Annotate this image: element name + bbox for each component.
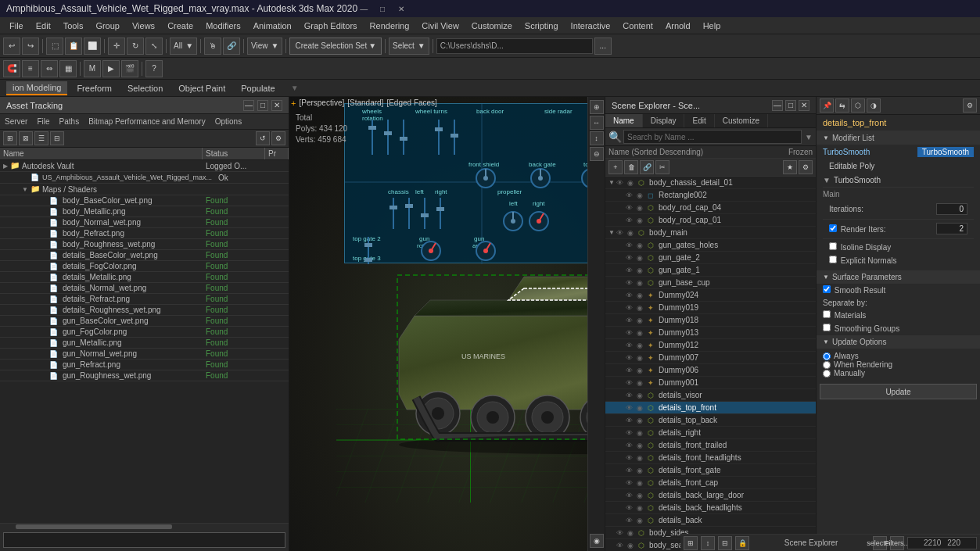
scene-item-13[interactable]: 👁 ◉ ✦ Dummy012 [605,339,816,352]
scene-bot-btn4[interactable]: 🔒 [735,536,749,550]
align-btn[interactable]: ≡ [22,60,39,77]
scene-item-23[interactable]: 👁 ◉ ⬡ details_front_gate [605,464,816,477]
array-btn[interactable]: ▦ [59,60,77,77]
scene-search-icon[interactable]: 🔍 [608,131,622,143]
scene-unlink-btn[interactable]: ✂ [655,160,669,174]
file-row-11[interactable]: 📄 gun_BaseColor_wet.png Found [0,316,289,327]
scene-search-input[interactable] [623,130,802,144]
asset-menu-bitmap[interactable]: Bitmap Performance and Memory [87,116,207,127]
si-eye-0[interactable]: 👁 [616,179,627,187]
menu-edit[interactable]: Edit [30,20,57,32]
asset-tb3[interactable]: ☰ [34,131,48,145]
maps-expand[interactable]: ▼ [22,186,28,193]
help-btn[interactable]: ? [145,60,163,77]
asset-hscroll[interactable] [0,523,289,529]
si-eye-14[interactable]: 👁 [626,354,637,362]
mode-freeform[interactable]: Freeform [70,82,118,95]
vp-nav-btn4[interactable]: ⊖ [590,147,604,161]
scene-delete-btn[interactable]: 🗑 [624,160,638,174]
menu-file[interactable]: File [3,20,30,32]
ts-render-iters-check[interactable] [829,224,837,232]
ts-explicit-normals-check[interactable] [829,256,837,263]
scene-tab-edit[interactable]: Edit [684,114,714,127]
undo-btn[interactable]: ↩ [3,38,20,55]
si-eye-5[interactable]: 👁 [626,242,637,249]
menu-scripting[interactable]: Scripting [519,20,565,32]
menu-arnold[interactable]: Arnold [659,20,697,32]
scene-item-21[interactable]: 👁 ◉ ⬡ details_front_trailed [605,439,816,452]
surface-params-header[interactable]: Surface Parameters [817,270,980,284]
si-eye-24[interactable]: 👁 [626,479,637,487]
redo-btn[interactable]: ↪ [22,38,39,55]
file-row-14[interactable]: 📄 gun_Normal_wet.png Found [0,349,289,360]
viewport-mode-label[interactable]: [Perspective] [299,98,344,108]
props-material-btn[interactable]: ◑ [867,98,881,113]
select-obj-btn[interactable]: ⬚ [46,38,63,55]
si-expand-0[interactable]: ▼ [608,179,616,186]
asset-menu-paths[interactable]: Paths [58,116,81,127]
select-dropdown[interactable]: Select ▼ [389,38,429,55]
si-eye-15[interactable]: 👁 [626,367,637,374]
select-by-name-btn[interactable]: 📋 [65,38,82,55]
scene-item-16[interactable]: 👁 ◉ ✦ Dummy001 [605,377,816,389]
file-row-5[interactable]: 📄 details_BaseColor_wet.png Found [0,250,289,261]
scene-item-26[interactable]: 👁 ◉ ⬡ details_back_headlights [605,502,816,514]
asset-search-input[interactable] [3,532,285,548]
hscroll-thumb[interactable] [16,524,172,529]
when-rendering-radio[interactable] [823,361,831,369]
file-row-3[interactable]: 📄 body_Refract.png Found [0,228,289,239]
asset-close-btn[interactable]: ✕ [271,100,282,111]
snap-btn[interactable]: 🧲 [3,60,20,77]
asset-main-file-row[interactable]: US_Amphibious_Assault_Vehicle_Wet_Rigged… [0,172,289,184]
mode-object-paint[interactable]: Object Paint [172,82,232,95]
scene-item-17[interactable]: 👁 ◉ ⬡ details_visor [605,389,816,402]
scene-filter-icon[interactable]: ▼ [805,133,813,141]
si-eye-3[interactable]: 👁 [626,216,637,224]
material-btn[interactable]: M [84,60,101,77]
asset-tb4[interactable]: ⊟ [50,131,64,145]
ts-smooth-result-check[interactable] [823,285,831,293]
scene-item-7[interactable]: 👁 ◉ ⬡ gun_gate_1 [605,264,816,277]
scene-item-0[interactable]: ▼ 👁 ◉ ⬡ body_chassis_detail_01 [605,177,816,189]
render-frame-btn[interactable]: 🎬 [121,60,138,77]
mode-modeling[interactable]: ion Modeling [6,81,67,95]
asset-menu-server[interactable]: Server [3,116,29,127]
scene-add-btn[interactable]: + [608,160,623,174]
file-row-12[interactable]: 📄 gun_FogColor.png Found [0,327,289,338]
menu-interactive[interactable]: Interactive [565,20,617,32]
si-eye-25[interactable]: 👁 [626,492,637,499]
si-eye-18[interactable]: 👁 [626,404,637,412]
file-row-2[interactable]: 📄 body_Normal_wet.png Found [0,217,289,228]
ts-isoline-check[interactable] [829,242,837,250]
menu-tools[interactable]: Tools [57,20,90,32]
si-eye-2[interactable]: 👁 [626,204,637,212]
si-eye-20[interactable]: 👁 [626,429,637,437]
mod-turbosmooth[interactable]: TurboSmooth TurboSmooth [817,145,980,159]
file-row-8[interactable]: 📄 details_Normal_wet.png Found [0,283,289,294]
scene-link-btn[interactable]: 🔗 [640,160,654,174]
scene-tab-customize[interactable]: Customize [715,114,768,127]
si-eye-16[interactable]: 👁 [626,379,637,387]
mode-selection[interactable]: Selection [121,82,169,95]
si-eye-6[interactable]: 👁 [626,254,637,262]
path-browse-btn[interactable]: ... [594,38,612,55]
scene-item-10[interactable]: 👁 ◉ ✦ Dummy019 [605,302,816,314]
mod-editable-poly[interactable]: Editable Poly [817,159,980,173]
si-eye-8[interactable]: 👁 [626,279,637,287]
ts-materials-check[interactable] [823,310,831,318]
scene-item-8[interactable]: 👁 ◉ ⬡ gun_base_cup [605,277,816,289]
file-row-10[interactable]: 📄 details_Roughness_wet.png Found [0,305,289,316]
scene-bot-btn3[interactable]: ⊟ [718,536,732,550]
si-eye-28[interactable]: 👁 [616,529,627,537]
scene-item-18[interactable]: 👁 ◉ ⬡ details_top_front [605,402,816,414]
si-eye-17[interactable]: 👁 [626,392,637,399]
si-eye-12[interactable]: 👁 [626,329,637,337]
mirror-btn[interactable]: ⇔ [41,60,58,77]
scene-item-15[interactable]: 👁 ◉ ✦ Dummy006 [605,364,816,377]
scene-item-1[interactable]: 👁 ◉ ◻ Rectangle002 [605,189,816,202]
scene-minimize-btn[interactable]: — [772,100,783,111]
scene-item-2[interactable]: 👁 ◉ ⬡ body_rod_cap_04 [605,202,816,214]
scene-close-btn[interactable]: ✕ [799,100,809,111]
move-btn[interactable]: ✛ [108,38,125,55]
scene-item-27[interactable]: 👁 ◉ ⬡ details_back [605,514,816,527]
